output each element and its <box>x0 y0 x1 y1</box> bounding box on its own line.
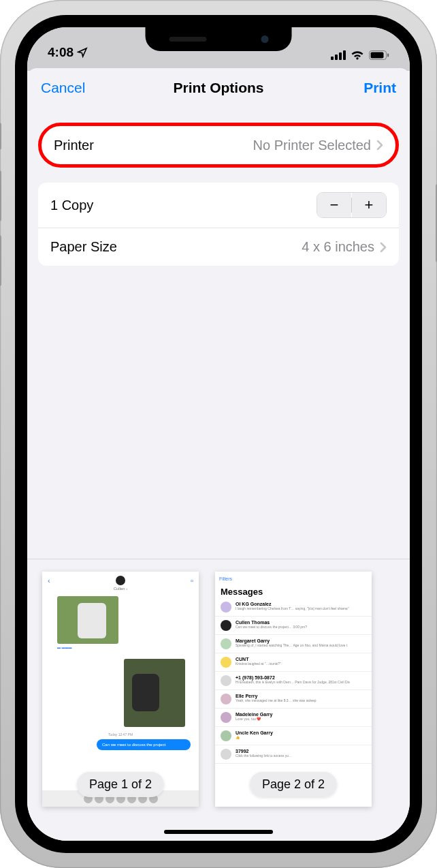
svg-rect-1 <box>335 55 338 60</box>
chevron-right-icon <box>380 242 387 253</box>
paper-size-value: 4 x 6 inches <box>302 239 374 255</box>
list-item: Cullen ThomasCan we meet to discuss the … <box>215 617 372 635</box>
paper-size-label: Paper Size <box>50 239 117 255</box>
copies-row: 1 Copy − + <box>38 183 399 228</box>
home-indicator[interactable] <box>164 830 273 834</box>
list-item: Margaret GarrySpeaking of, I started wat… <box>215 635 372 653</box>
list-item: Madeleine GarryLove you, too ❤️ <box>215 709 372 727</box>
svg-rect-0 <box>331 57 334 60</box>
stepper-decrement-button[interactable]: − <box>317 193 351 217</box>
list-item: +1 (978) 593-0872Hi Elisabeth, this is E… <box>215 672 372 690</box>
svg-rect-5 <box>371 52 384 59</box>
print-options-sheet: Cancel Print Options Print Printer No Pr… <box>27 68 410 841</box>
printer-row[interactable]: Printer No Printer Selected <box>42 126 395 164</box>
svg-rect-2 <box>339 52 342 60</box>
page-badge: Page 2 of 2 <box>250 772 337 797</box>
list-item: OI KG GonzalezI laugh remembering Chelse… <box>215 598 372 617</box>
stepper-increment-button[interactable]: + <box>352 193 386 217</box>
cellular-icon <box>331 50 346 60</box>
printer-value: No Printer Selected <box>253 138 371 153</box>
location-icon <box>77 47 88 58</box>
page-thumbnail-1[interactable]: ‹▫ Cullen › ▬ ▬▬▬ Today 12:47 PM Can we … <box>42 572 199 807</box>
copies-stepper: − + <box>317 192 387 218</box>
list-item: Elle PerryYeah, she messaged me at like … <box>215 690 372 709</box>
status-time: 4:08 <box>48 45 74 60</box>
page-preview-area[interactable]: ‹▫ Cullen › ▬ ▬▬▬ Today 12:47 PM Can we … <box>27 559 410 841</box>
list-item: 37992Click the following link to access … <box>215 745 372 764</box>
list-item: Uncle Ken Garry👍 <box>215 727 372 745</box>
printer-group: Printer No Printer Selected <box>38 123 399 168</box>
wifi-icon <box>351 50 364 60</box>
page-thumbnail-2[interactable]: Filters Messages OI KG GonzalezI laugh r… <box>215 572 372 807</box>
chevron-right-icon <box>376 140 383 151</box>
paper-size-row[interactable]: Paper Size 4 x 6 inches <box>38 228 399 266</box>
battery-icon <box>369 50 389 60</box>
list-item: CUNTKristina laughed at "…iconic?" <box>215 653 372 672</box>
nav-bar: Cancel Print Options Print <box>27 68 410 108</box>
copies-label: 1 Copy <box>50 198 93 213</box>
svg-rect-3 <box>343 50 346 60</box>
svg-rect-6 <box>387 54 389 57</box>
settings-group: 1 Copy − + Paper Size 4 x 6 inches <box>38 183 399 266</box>
page-badge: Page 1 of 2 <box>77 772 164 797</box>
printer-label: Printer <box>54 138 94 153</box>
cancel-button[interactable]: Cancel <box>41 80 85 96</box>
print-button[interactable]: Print <box>363 80 396 96</box>
